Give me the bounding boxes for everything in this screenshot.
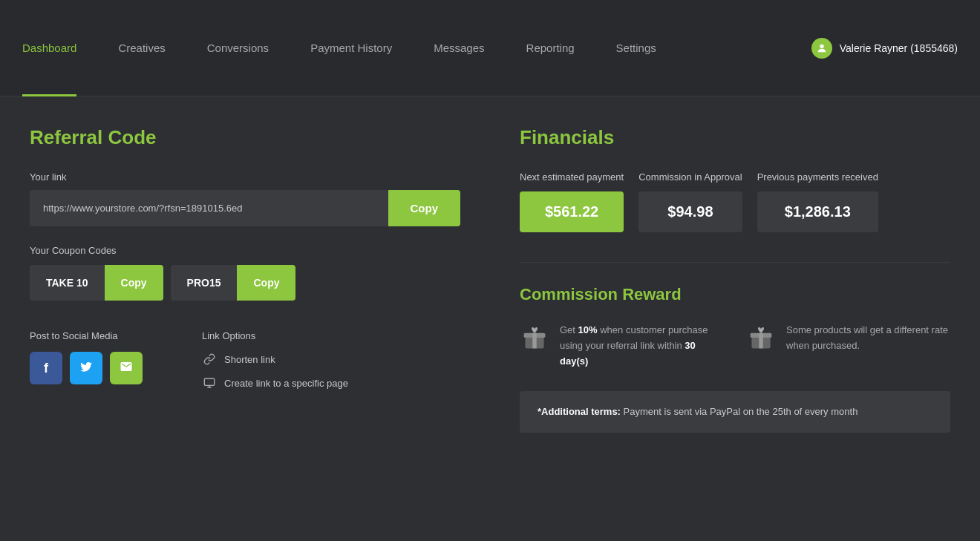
- coupon-code-2: PRO15: [171, 265, 238, 301]
- copy-coupon-1-button[interactable]: Copy: [105, 265, 163, 301]
- coupon-codes-label: Your Coupon Codes: [30, 245, 460, 256]
- username-label: Valerie Rayner (1855468): [840, 42, 958, 54]
- your-link-label: Your link: [30, 171, 460, 183]
- right-column: Financials Next estimated payment $561.2…: [520, 126, 950, 433]
- email-share-button[interactable]: [110, 352, 143, 384]
- financial-item-previous: Previous payments received $1,286.13: [757, 171, 878, 232]
- navigation: Dashboard Creatives Conversions Payment …: [0, 0, 980, 96]
- commission-approval-value: $94.98: [638, 191, 742, 232]
- svg-rect-1: [204, 378, 214, 385]
- social-icons-row: f: [30, 352, 143, 384]
- coupon-code-1: TAKE 10: [30, 265, 105, 301]
- financials-row: Next estimated payment $561.22 Commissio…: [520, 171, 950, 232]
- shorten-link-option[interactable]: Shorten link: [202, 352, 348, 367]
- specific-page-icon: [202, 376, 217, 390]
- shorten-link-icon: [202, 352, 217, 367]
- left-column: Referral Code Your link https://www.your…: [30, 126, 460, 433]
- facebook-icon: f: [44, 361, 48, 376]
- coupon-row: TAKE 10 Copy PRO15 Copy: [30, 265, 460, 301]
- previous-payments-label: Previous payments received: [757, 171, 878, 183]
- terms-label: *Additional terms:: [538, 406, 621, 417]
- copy-coupon-2-button[interactable]: Copy: [237, 265, 295, 301]
- gift-icon-2: [746, 323, 776, 353]
- terms-bar: *Additional terms: Payment is sent via P…: [520, 391, 950, 433]
- svg-point-0: [820, 44, 823, 47]
- next-payment-value: $561.22: [520, 191, 624, 232]
- commission-item-1: Get 10% when customer purchase using you…: [520, 323, 724, 369]
- specific-page-label: Create link to a specific page: [224, 378, 348, 389]
- nav-item-creatives[interactable]: Creatives: [97, 0, 186, 96]
- user-avatar-icon: [811, 38, 832, 59]
- nav-item-payment-history[interactable]: Payment History: [290, 0, 413, 96]
- nav-item-reporting[interactable]: Reporting: [506, 0, 595, 96]
- commission-approval-label: Commission in Approval: [638, 171, 742, 183]
- nav-item-conversions[interactable]: Conversions: [186, 0, 290, 96]
- twitter-icon: [79, 360, 93, 377]
- financials-title: Financials: [520, 126, 950, 149]
- specific-page-link-option[interactable]: Create link to a specific page: [202, 376, 348, 390]
- email-icon: [120, 360, 133, 377]
- svg-rect-7: [759, 333, 762, 349]
- main-content: Referral Code Your link https://www.your…: [0, 96, 980, 462]
- divider: [520, 262, 950, 263]
- commission-reward-title: Commission Reward: [520, 285, 950, 304]
- nav-item-messages[interactable]: Messages: [413, 0, 505, 96]
- previous-payments-value: $1,286.13: [757, 191, 878, 232]
- next-payment-label: Next estimated payment: [520, 171, 624, 183]
- shorten-link-label: Shorten link: [224, 354, 275, 365]
- referral-code-title: Referral Code: [30, 126, 460, 149]
- nav-item-settings[interactable]: Settings: [595, 0, 677, 96]
- svg-rect-4: [532, 333, 536, 349]
- link-options-section: Link Options Shorten link Create link to…: [202, 330, 348, 399]
- financial-item-commission: Commission in Approval $94.98: [638, 171, 742, 232]
- gift-icon-1: [520, 323, 549, 353]
- social-and-links: Post to Social Media f: [30, 330, 460, 399]
- facebook-share-button[interactable]: f: [30, 352, 62, 384]
- nav-user: Valerie Rayner (1855468): [811, 38, 958, 59]
- coupon-item-1: TAKE 10 Copy: [30, 265, 163, 301]
- referral-link-row: https://www.yourstore.com/?rfsn=1891015.…: [30, 190, 460, 226]
- link-options-title: Link Options: [202, 330, 348, 341]
- terms-text: Payment is sent via PayPal on the 25th o…: [621, 406, 858, 417]
- copy-link-button[interactable]: Copy: [388, 190, 461, 226]
- commission-details: Get 10% when customer purchase using you…: [520, 323, 950, 369]
- twitter-share-button[interactable]: [70, 352, 102, 384]
- commission-text-1: Get 10% when customer purchase using you…: [560, 323, 724, 369]
- commission-item-2: Some products will get a different rate …: [746, 323, 950, 369]
- social-title: Post to Social Media: [30, 330, 143, 341]
- commission-text-2: Some products will get a different rate …: [786, 323, 950, 369]
- nav-item-dashboard[interactable]: Dashboard: [22, 0, 97, 96]
- social-media-section: Post to Social Media f: [30, 330, 143, 399]
- financial-item-next-payment: Next estimated payment $561.22: [520, 171, 624, 232]
- nav-items: Dashboard Creatives Conversions Payment …: [22, 0, 811, 96]
- coupon-item-2: PRO15 Copy: [171, 265, 296, 301]
- referral-link-value: https://www.yourstore.com/?rfsn=1891015.…: [30, 191, 388, 226]
